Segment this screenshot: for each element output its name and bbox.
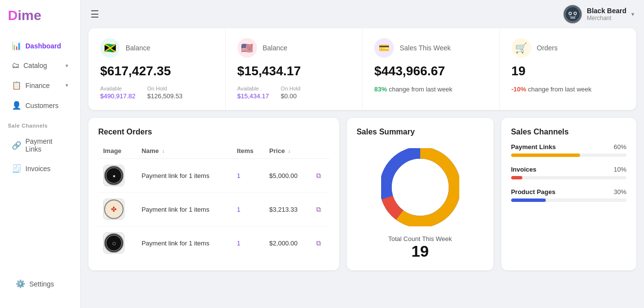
- channel-item: Invoices 10%: [511, 166, 626, 179]
- finance-icon: 📋: [12, 81, 21, 90]
- order-action[interactable]: ⧉: [311, 193, 329, 226]
- user-info: Black Beard Merchant: [587, 7, 626, 22]
- donut-svg: [381, 148, 459, 226]
- sort-icon: ↕: [288, 149, 291, 154]
- dashboard-icon: 📊: [12, 41, 21, 50]
- external-link-icon[interactable]: ⧉: [316, 205, 321, 213]
- channel-bar: [511, 198, 546, 202]
- total-count: 19: [411, 242, 429, 261]
- user-name: Black Beard: [587, 7, 626, 15]
- order-image: ★: [103, 165, 125, 186]
- available-value: $490,917.82: [100, 92, 135, 100]
- change-pct: 83%: [374, 86, 387, 93]
- svg-text:⬡: ⬡: [112, 242, 116, 246]
- orders-table: Image Name ↕ Items Price ↕ ★Payment link…: [98, 143, 329, 260]
- sidebar-item-label: Finance: [25, 82, 50, 89]
- sidebar-item-finance[interactable]: 📋 Finance ▾: [4, 76, 76, 95]
- table-row: ★Payment link for 1 items1$5,000.00⧉: [98, 159, 329, 193]
- order-items: 1: [232, 193, 264, 226]
- order-action[interactable]: ⧉: [311, 226, 329, 260]
- svg-rect-8: [574, 17, 576, 19]
- order-price: $3,213.33: [264, 193, 311, 226]
- col-image: Image: [98, 143, 137, 159]
- svg-rect-7: [572, 17, 574, 19]
- svg-point-0: [564, 6, 581, 22]
- content: 🇯🇲 Balance $617,427.35 Available $490,91…: [81, 28, 644, 308]
- stat-value: $617,427.35: [100, 64, 214, 79]
- svg-point-4: [569, 13, 571, 14]
- chevron-down-icon: ▾: [65, 82, 68, 88]
- svg-point-5: [574, 13, 576, 14]
- channel-header: Payment Links 60%: [511, 143, 626, 151]
- channel-item: Product Pages 30%: [511, 188, 626, 202]
- stat-footer: Available $490,917.82 On Hold $126,509.5…: [100, 86, 214, 100]
- external-link-icon[interactable]: ⧉: [316, 239, 321, 247]
- sidebar-item-payment-links[interactable]: 🔗 Payment Links: [4, 132, 76, 158]
- stat-value: 19: [512, 64, 625, 79]
- channel-name: Payment Links: [511, 143, 556, 151]
- svg-text:✤: ✤: [111, 205, 117, 213]
- stat-change: -10% change from last week: [512, 86, 625, 93]
- logo-text: Dime: [8, 8, 41, 23]
- stats-cards: 🇯🇲 Balance $617,427.35 Available $490,91…: [88, 28, 636, 110]
- change-text: change from last week: [528, 86, 591, 93]
- sidebar-item-label: Customers: [25, 102, 59, 110]
- chevron-down-icon: ▾: [65, 63, 68, 69]
- order-price: $2,000.00: [264, 226, 311, 260]
- channel-item: Payment Links 60%: [511, 143, 626, 157]
- order-items: 1: [232, 226, 264, 260]
- sidebar-item-catalog[interactable]: 🗂 Catalog ▾: [4, 56, 76, 75]
- table-row: ⬡Payment link for 1 items1$2,000.00⧉: [98, 226, 329, 260]
- order-thumbnail: ⬡: [104, 233, 124, 253]
- main-area: ☰ Black Beard Merchant: [81, 0, 644, 308]
- avatar: [563, 5, 582, 23]
- channel-bar-bg: [511, 198, 626, 202]
- order-action[interactable]: ⧉: [311, 159, 329, 193]
- logo: Dime: [0, 8, 80, 35]
- sidebar-item-settings[interactable]: ⚙️ Settings: [8, 274, 72, 293]
- stat-label: Balance: [126, 44, 150, 52]
- stat-card-orders: 🛒 Orders 19 -10% change from last week: [500, 28, 637, 110]
- channel-pct: 10%: [614, 166, 626, 173]
- sidebar-item-label: Dashboard: [25, 42, 61, 50]
- stat-label: Sales This Week: [400, 44, 451, 52]
- sales-icon: 💳: [374, 38, 394, 58]
- order-name: Payment link for 1 items: [137, 226, 232, 260]
- channel-name: Product Pages: [511, 188, 556, 196]
- stat-card-us-balance: 🇺🇸 Balance $15,434.17 Available $15,434.…: [226, 28, 363, 110]
- sidebar-item-label: Invoices: [25, 165, 50, 173]
- order-image: ✤: [103, 198, 125, 220]
- order-thumbnail: ★: [104, 166, 124, 185]
- channel-bar: [511, 154, 580, 157]
- us-flag-icon: 🇺🇸: [237, 38, 257, 58]
- col-name[interactable]: Name ↕: [137, 143, 232, 159]
- bottom-grid: Recent Orders Image Name ↕ Items Price ↕…: [88, 118, 636, 270]
- sales-channels-section: Sales Channels Payment Links 60% Invoice…: [501, 118, 636, 270]
- user-menu[interactable]: Black Beard Merchant ▾: [563, 5, 634, 23]
- order-image-cell: ✤: [98, 193, 137, 226]
- external-link-icon[interactable]: ⧉: [316, 172, 321, 179]
- change-text: change from last week: [389, 86, 452, 93]
- catalog-icon: 🗂: [12, 61, 20, 70]
- menu-button[interactable]: ☰: [90, 8, 99, 20]
- col-price[interactable]: Price ↕: [264, 143, 311, 159]
- change-pct: -10%: [512, 86, 526, 93]
- channel-header: Invoices 10%: [511, 166, 626, 173]
- order-price: $5,000.00: [264, 159, 311, 193]
- sidebar-item-customers[interactable]: 👤 Customers: [4, 96, 76, 115]
- available-label: Available: [100, 86, 135, 91]
- available-item: Available $490,917.82: [100, 86, 135, 100]
- order-name: Payment link for 1 items: [137, 193, 232, 226]
- sidebar-item-dashboard[interactable]: 📊 Dashboard: [4, 36, 76, 55]
- sidebar-item-invoices[interactable]: 🧾 Invoices: [4, 159, 76, 178]
- channels-list: Payment Links 60% Invoices 10% Product P…: [511, 143, 626, 202]
- order-name: Payment link for 1 items: [137, 159, 232, 193]
- channel-pct: 30%: [614, 188, 626, 196]
- sidebar-item-label: Payment Links: [25, 137, 68, 153]
- customers-icon: 👤: [12, 101, 21, 110]
- section-title: Sales Channels: [511, 128, 626, 136]
- available-label: Available: [237, 86, 269, 91]
- channel-name: Invoices: [511, 166, 537, 173]
- stat-card-jm-balance: 🇯🇲 Balance $617,427.35 Available $490,91…: [88, 28, 226, 110]
- onhold-label: On Hold: [147, 86, 182, 91]
